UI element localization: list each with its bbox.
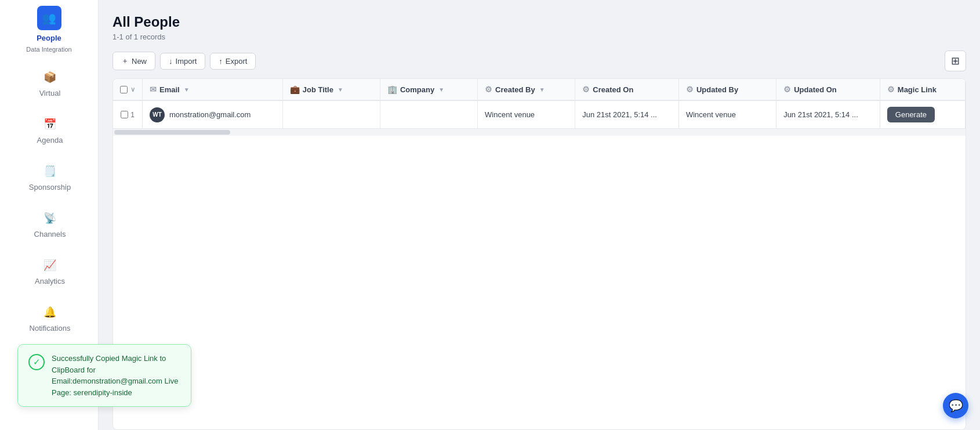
updatedby-column-header[interactable]: ⚙ Updated By xyxy=(678,79,776,100)
jobtitle-col-label: Job Title xyxy=(303,85,333,94)
row-createdby-cell: Wincent venue xyxy=(478,100,575,129)
createdon-value: Jun 21st 2021, 5:14 ... xyxy=(582,110,657,119)
import-label: Import xyxy=(176,57,197,66)
analytics-icon: 📈 xyxy=(42,257,58,273)
sidebar-item-agenda-label: Agenda xyxy=(37,136,63,144)
page-title: All People xyxy=(112,14,966,30)
company-col-dropdown-icon[interactable]: ▼ xyxy=(438,86,444,93)
export-label: Export xyxy=(226,57,248,66)
sidebar-item-channels[interactable]: 📡 Channels xyxy=(0,200,98,247)
sidebar-item-notifications-label: Notifications xyxy=(30,324,71,333)
sidebar-item-sponsorship-label: Sponsorship xyxy=(29,183,71,191)
company-col-icon: 🏢 xyxy=(387,85,397,94)
data-table-wrapper: ∨ ✉ Email ▼ 💼 xyxy=(112,78,966,430)
jobtitle-column-header[interactable]: 💼 Job Title ▼ xyxy=(282,79,380,100)
row-checkbox[interactable] xyxy=(121,111,128,118)
sidebar-item-virtual[interactable]: 📦 Virtual xyxy=(0,59,98,106)
updatedby-col-label: Updated By xyxy=(696,85,738,94)
people-table: ∨ ✉ Email ▼ 💼 xyxy=(113,79,966,136)
row-magiclink-cell: Generate xyxy=(880,100,965,129)
email-col-icon: ✉ xyxy=(150,85,157,94)
sidebar-active-label: People xyxy=(0,34,98,42)
record-count: 1-1 of 1 records xyxy=(112,32,966,41)
export-button[interactable]: ↑ Export xyxy=(210,53,256,70)
magiclink-col-label: Magic Link xyxy=(898,85,937,94)
email-col-dropdown-icon[interactable]: ▼ xyxy=(184,86,190,93)
jobtitle-col-dropdown-icon[interactable]: ▼ xyxy=(337,86,343,93)
avatar-initials: WT xyxy=(153,111,162,118)
updatedby-col-icon: ⚙ xyxy=(686,85,694,94)
company-col-label: Company xyxy=(400,85,434,94)
sidebar-item-analytics[interactable]: 📈 Analytics xyxy=(0,247,98,294)
avatar: WT xyxy=(150,107,165,122)
toast-message: Successfully Copied Magic Link to ClipBo… xyxy=(52,353,180,398)
row-updatedon-cell: Jun 21st 2021, 5:14 ... xyxy=(776,100,880,129)
select-all-checkbox[interactable] xyxy=(120,86,128,93)
email-col-label: Email xyxy=(159,85,180,94)
scroll-row xyxy=(113,129,966,136)
row-updatedby-cell: Wincent venue xyxy=(678,100,776,129)
channels-icon: 📡 xyxy=(42,210,58,226)
row-jobtitle-cell xyxy=(282,100,380,129)
horizontal-scrollbar[interactable] xyxy=(114,130,230,135)
people-icon: 👥 xyxy=(42,11,56,25)
grid-view-button[interactable]: ⊞ xyxy=(945,50,966,71)
updatedon-col-icon: ⚙ xyxy=(783,85,791,94)
sidebar-item-sponsorship[interactable]: 🗒️ Sponsorship xyxy=(0,153,98,200)
magiclink-column-header[interactable]: ⚙ Magic Link xyxy=(880,79,965,100)
row-createdon-cell: Jun 21st 2021, 5:14 ... xyxy=(575,100,679,129)
row-checkbox-cell: 1 xyxy=(113,100,143,129)
sidebar-item-virtual-label: Virtual xyxy=(39,89,61,97)
email-column-header[interactable]: ✉ Email ▼ xyxy=(143,79,283,100)
table-header-row: ∨ ✉ Email ▼ 💼 xyxy=(113,79,966,100)
chat-bubble-button[interactable]: 💬 xyxy=(943,393,968,418)
generate-magic-link-button[interactable]: Generate xyxy=(887,107,935,122)
checkbox-header: ∨ xyxy=(113,79,143,100)
virtual-icon: 📦 xyxy=(42,69,58,85)
toast-notification: ✓ Successfully Copied Magic Link to Clip… xyxy=(17,344,191,407)
sponsorship-icon: 🗒️ xyxy=(42,163,58,179)
main-content: All People 1-1 of 1 records ＋ New ↓ Impo… xyxy=(99,0,980,430)
content-area: All People 1-1 of 1 records ＋ New ↓ Impo… xyxy=(99,0,980,430)
new-button[interactable]: ＋ New xyxy=(112,52,155,70)
sort-icon: ∨ xyxy=(130,86,135,93)
updatedon-col-label: Updated On xyxy=(794,85,837,94)
magiclink-col-icon: ⚙ xyxy=(887,85,895,94)
updatedon-value: Jun 21st 2021, 5:14 ... xyxy=(783,110,858,119)
sidebar-item-analytics-label: Analytics xyxy=(35,277,65,286)
generate-btn-label: Generate xyxy=(895,110,927,119)
sidebar-item-notifications[interactable]: 🔔 Notifications xyxy=(0,294,98,341)
createdby-value: Wincent venue xyxy=(485,110,535,119)
updatedby-value: Wincent venue xyxy=(686,110,736,119)
jobtitle-col-icon: 💼 xyxy=(290,85,300,94)
sidebar-sub-label: Data Integration xyxy=(0,44,98,59)
company-column-header[interactable]: 🏢 Company ▼ xyxy=(380,79,477,100)
sidebar-top-icon[interactable]: 👥 xyxy=(37,6,61,30)
sidebar-item-agenda[interactable]: 📅 Agenda xyxy=(0,106,98,153)
import-icon: ↓ xyxy=(169,57,173,66)
createdon-col-icon: ⚙ xyxy=(582,85,590,94)
row-number: 1 xyxy=(130,111,135,119)
createdby-col-icon: ⚙ xyxy=(485,85,492,94)
createdby-col-dropdown-icon[interactable]: ▼ xyxy=(539,86,545,93)
toast-success-icon: ✓ xyxy=(28,354,45,370)
createdon-col-label: Created On xyxy=(593,85,633,94)
row-company-cell xyxy=(380,100,477,129)
createdby-col-label: Created By xyxy=(495,85,535,94)
plus-icon: ＋ xyxy=(121,56,129,66)
email-value: monstration@gmail.com xyxy=(169,110,251,119)
updatedon-column-header[interactable]: ⚙ Updated On xyxy=(776,79,880,100)
chat-icon: 💬 xyxy=(949,399,963,413)
sidebar-item-channels-label: Channels xyxy=(34,230,66,239)
grid-icon: ⊞ xyxy=(951,55,960,67)
export-icon: ↑ xyxy=(219,57,223,66)
createdby-column-header[interactable]: ⚙ Created By ▼ xyxy=(478,79,575,100)
new-label: New xyxy=(132,57,147,66)
notifications-icon: 🔔 xyxy=(42,304,58,320)
toolbar: ＋ New ↓ Import ↑ Export ⊞ xyxy=(112,50,966,71)
agenda-icon: 📅 xyxy=(42,116,58,132)
createdon-column-header[interactable]: ⚙ Created On xyxy=(575,79,679,100)
table-row: 1 WT monstration@gmail.com xyxy=(113,100,966,129)
row-email-cell: WT monstration@gmail.com xyxy=(143,100,283,129)
import-button[interactable]: ↓ Import xyxy=(160,53,205,70)
